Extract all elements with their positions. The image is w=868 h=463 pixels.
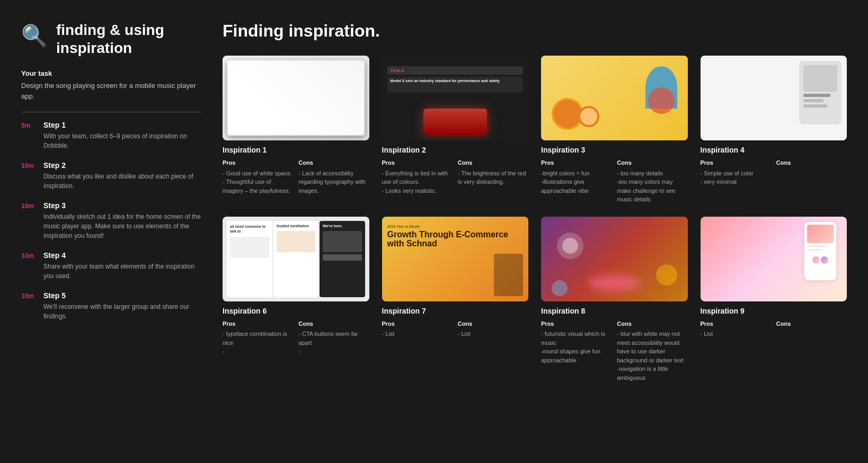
inspiration-card-1: Inspiration 1 Pros - Good use of white s… bbox=[223, 56, 369, 204]
inspiration-6-pros: Pros - typeface combination is nice - bbox=[223, 319, 293, 356]
inspiration-4-cons: Cons bbox=[776, 158, 847, 186]
step-4-desc: Share with your team what elements of th… bbox=[43, 262, 201, 281]
inspiration-7-pros-cons: Pros - List Cons - List bbox=[382, 319, 529, 339]
page-container: 🔍 Finding & using inspiration Your task … bbox=[0, 0, 868, 463]
step-5: 10m Step 5 We'll reconvene with the larg… bbox=[21, 291, 201, 321]
inspiration-3-pros: Pros -bright colors = fun -illustrations… bbox=[541, 158, 612, 204]
inspiration-image-7: 2019 Year in Novie Growth Through E-Comm… bbox=[382, 217, 529, 301]
task-text: Design the song playing screen for a mob… bbox=[21, 81, 201, 101]
step-1-time: 5m bbox=[21, 122, 38, 129]
sidebar: 🔍 Finding & using inspiration Your task … bbox=[21, 21, 201, 442]
inspiration-2-cons: Cons - The brightness of the red is very… bbox=[458, 158, 528, 195]
divider bbox=[21, 112, 201, 112]
inspiration-1-label: Inspiration 1 bbox=[223, 146, 369, 154]
inspiration-9-cons: Cons bbox=[776, 319, 847, 339]
inspiration-4-label: Inspiration 4 bbox=[701, 146, 847, 154]
inspiration-4-pros: Pros - Simple use of color - very minima… bbox=[701, 158, 771, 186]
step-5-title: Step 5 bbox=[43, 291, 201, 300]
inspiration-7-cons: Cons - List bbox=[458, 319, 528, 339]
step-5-desc: We'll reconvene with the larger group an… bbox=[43, 302, 201, 321]
inspiration-9-pros: Pros - List bbox=[701, 319, 771, 339]
inspiration-image-9 bbox=[701, 217, 847, 301]
inspiration-6-cons: Cons - CTA buttons seem far apart - bbox=[298, 319, 369, 356]
main-content: Finding inspiration. bbox=[223, 21, 847, 442]
inspiration-7-label: Inspiration 7 bbox=[382, 307, 529, 315]
inspiration-9-pros-cons: Pros - List Cons bbox=[701, 319, 847, 339]
inspiration-card-7: 2019 Year in Novie Growth Through E-Comm… bbox=[382, 217, 529, 382]
inspiration-image-3 bbox=[541, 56, 688, 140]
sidebar-title: Finding & using inspiration bbox=[56, 21, 164, 57]
inspiration-3-pros-cons: Pros -bright colors = fun -illustrations… bbox=[541, 158, 688, 204]
inspiration-image-4 bbox=[701, 56, 847, 140]
step-3-time: 10m bbox=[21, 202, 38, 210]
inspiration-card-9: Inspiration 9 Pros - List Cons bbox=[701, 217, 847, 382]
steps-list: 5m Step 1 With your team, collect 6–9 pi… bbox=[21, 121, 201, 321]
inspiration-2-pros-cons: Pros - Everything is tied in with use of… bbox=[382, 158, 529, 195]
inspiration-image-6: all need someone to talk to Guided medit… bbox=[223, 217, 369, 301]
step-2: 10m Step 2 Discuss what you like and dis… bbox=[21, 161, 201, 191]
inspiration-image-1 bbox=[223, 56, 369, 140]
inspiration-card-8: Inspiration 8 Pros - futuristic visual w… bbox=[541, 217, 688, 382]
inspiration-9-label: Inspiration 9 bbox=[701, 307, 847, 315]
step-2-time: 10m bbox=[21, 162, 38, 170]
step-1: 5m Step 1 With your team, collect 6–9 pi… bbox=[21, 121, 201, 150]
inspiration-1-pros: Pros - Good use of white space. - Though… bbox=[223, 158, 293, 195]
step-1-desc: With your team, collect 6–9 pieces of in… bbox=[43, 131, 201, 150]
inspiration-image-8 bbox=[541, 217, 688, 301]
inspiration-4-pros-cons: Pros - Simple use of color - very minima… bbox=[701, 158, 847, 186]
inspiration-8-pros: Pros - futuristic visual which is music … bbox=[541, 319, 612, 382]
inspiration-8-pros-cons: Pros - futuristic visual which is music … bbox=[541, 319, 688, 382]
step-4: 10m Step 4 Share with your team what ele… bbox=[21, 251, 201, 281]
inspiration-1-pros-cons: Pros - Good use of white space. - Though… bbox=[223, 158, 369, 195]
inspiration-7-pros: Pros - List bbox=[382, 319, 453, 339]
inspiration-1-cons: Cons - Lack of accessibility regarding t… bbox=[298, 158, 369, 195]
step-1-title: Step 1 bbox=[43, 121, 201, 129]
inspiration-6-pros-cons: Pros - typeface combination is nice - Co… bbox=[223, 319, 369, 356]
inspiration-2-pros: Pros - Everything is tied in with use of… bbox=[382, 158, 453, 195]
step-4-time: 10m bbox=[21, 252, 38, 260]
inspiration-image-2: TESLA Model S sets an industry standard … bbox=[382, 56, 529, 140]
task-section: Your task Design the song playing screen… bbox=[21, 69, 201, 101]
inspiration-card-2: TESLA Model S sets an industry standard … bbox=[382, 56, 529, 204]
step-5-time: 10m bbox=[21, 292, 38, 300]
inspiration-3-label: Inspiration 3 bbox=[541, 146, 688, 154]
sidebar-header: 🔍 Finding & using inspiration bbox=[21, 21, 201, 57]
inspiration-6-label: Inspiration 6 bbox=[223, 307, 369, 315]
step-4-title: Step 4 bbox=[43, 251, 201, 260]
inspiration-card-3: Inspiration 3 Pros -bright colors = fun … bbox=[541, 56, 688, 204]
task-label: Your task bbox=[21, 69, 201, 77]
inspiration-3-cons: Cons - too many details -too many colors… bbox=[617, 158, 687, 204]
step-2-title: Step 2 bbox=[43, 161, 201, 170]
inspiration-8-cons: Cons - blur with white may not meet acce… bbox=[617, 319, 687, 382]
step-3-desc: Individually sketch out 1 idea for the h… bbox=[43, 212, 201, 241]
inspiration-card-6: all need someone to talk to Guided medit… bbox=[223, 217, 369, 382]
inspiration-2-label: Inspiration 2 bbox=[382, 146, 529, 154]
inspiration-card-4: Inspiration 4 Pros - Simple use of color… bbox=[701, 56, 847, 204]
main-title: Finding inspiration. bbox=[223, 21, 847, 41]
step-2-desc: Discuss what you like and dislike about … bbox=[43, 172, 201, 191]
inspiration-8-label: Inspiration 8 bbox=[541, 307, 688, 315]
step-3: 10m Step 3 Individually sketch out 1 ide… bbox=[21, 201, 201, 241]
magnifying-glass-icon: 🔍 bbox=[21, 23, 48, 48]
inspiration-grid: Inspiration 1 Pros - Good use of white s… bbox=[223, 56, 847, 382]
step-3-title: Step 3 bbox=[43, 201, 201, 210]
